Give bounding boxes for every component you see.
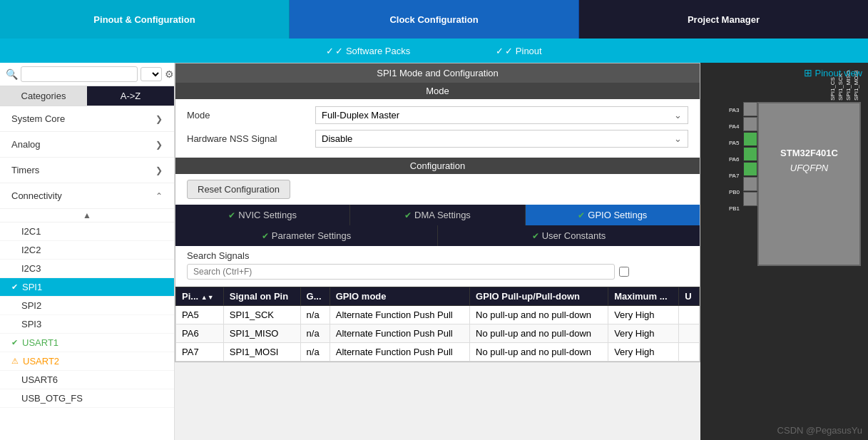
check-icon: ✔ xyxy=(11,338,18,347)
mode-section-header: Mode xyxy=(175,83,700,99)
subnav-software-packs[interactable]: ✓ ✓ Software Packs xyxy=(326,46,410,56)
chevron-right-icon: ❯ xyxy=(155,165,163,175)
pinout-icon: ⊞ xyxy=(804,67,812,78)
collapse-icon[interactable]: ▲ xyxy=(83,210,91,220)
sidebar-child-i2c1[interactable]: I2C1 xyxy=(0,222,174,241)
tab-dma-settings[interactable]: ✔ DMA Settings xyxy=(350,205,525,225)
pin-label-pa5: PA5 xyxy=(727,135,741,150)
mode-label: Mode xyxy=(187,110,315,121)
tab-user-constants[interactable]: ✔ User Constants xyxy=(438,225,700,246)
col-u[interactable]: U xyxy=(679,287,700,306)
content-area: SPI1 Mode and Configuration Mode Mode Fu… xyxy=(175,63,700,440)
config-section-header: Configuration xyxy=(175,158,700,174)
sidebar-item-timers[interactable]: Timers ❯ xyxy=(0,158,174,183)
pin-pa4 xyxy=(743,117,757,131)
pin-pa5 xyxy=(743,132,757,146)
pin-label-pb0: PB0 xyxy=(727,184,741,200)
sidebar-child-usb-otg-fs[interactable]: USB_OTG_FS xyxy=(0,389,174,408)
col-g[interactable]: G... xyxy=(300,287,330,306)
col-pin[interactable]: Pi... ▲▼ xyxy=(176,287,224,306)
table-row[interactable]: PA5 SPI1_SCK n/a Alternate Function Push… xyxy=(176,306,700,324)
sidebar-child-spi2[interactable]: SPI2 xyxy=(0,297,174,315)
col-max[interactable]: Maximum ... xyxy=(608,287,679,306)
chevron-right-icon: ❯ xyxy=(155,140,163,150)
pin-pa7 xyxy=(743,162,757,176)
pinout-view-button[interactable]: ⊞ Pinout view xyxy=(804,67,862,78)
mode-select[interactable]: Full-Duplex Master ⌄ xyxy=(315,106,688,124)
nav-clock[interactable]: Clock Configuration xyxy=(290,0,579,39)
pin-label-pa4: PA4 xyxy=(727,118,741,134)
reset-config-button[interactable]: Reset Configuration xyxy=(187,180,290,199)
chevron-down-icon: ⌄ xyxy=(674,133,682,144)
pin-label-pb1: PB1 xyxy=(727,200,741,216)
nav-pinout[interactable]: Pinout & Configuration xyxy=(0,0,290,39)
sidebar-child-usart1[interactable]: ✔ USART1 xyxy=(0,334,174,352)
chip-body: STM32F401C UFQFPN xyxy=(757,102,861,266)
sidebar-child-i2c2[interactable]: I2C2 xyxy=(0,241,174,260)
chevron-right-icon: ❯ xyxy=(155,114,163,124)
pin-pb1 xyxy=(743,192,757,206)
sidebar-child-spi3[interactable]: SPI3 xyxy=(0,315,174,334)
pin-pa3 xyxy=(743,102,757,116)
tab-categories[interactable]: Categories xyxy=(0,86,87,106)
signals-search-input[interactable] xyxy=(193,267,608,277)
sidebar-item-analog[interactable]: Analog ❯ xyxy=(0,132,174,158)
col-signal[interactable]: Signal on Pin xyxy=(223,287,300,306)
pin-pb0 xyxy=(743,177,757,191)
search-signals-label: Search Signals xyxy=(187,250,688,261)
search-dropdown[interactable] xyxy=(141,67,162,81)
tab-parameter-settings[interactable]: ✔ Parameter Settings xyxy=(175,225,438,246)
search-icon: 🔍 xyxy=(6,68,18,80)
sidebar-child-i2c3[interactable]: I2C3 xyxy=(0,260,174,278)
chevron-down-icon: ⌃ xyxy=(155,191,163,201)
search-input[interactable] xyxy=(21,66,138,82)
hardware-nss-label: Hardware NSS Signal xyxy=(187,133,315,144)
right-panel: ⊞ Pinout view STM32F401C UFQFPN PA3 PA4 xyxy=(700,63,868,440)
col-pullup[interactable]: GPIO Pull-up/Pull-down xyxy=(470,287,608,306)
sidebar-item-system-core[interactable]: System Core ❯ xyxy=(0,106,174,132)
gear-icon[interactable]: ⚙ xyxy=(165,68,174,80)
hardware-nss-select[interactable]: Disable ⌄ xyxy=(315,130,688,148)
pin-pa6 xyxy=(743,147,757,161)
table-row[interactable]: PA6 SPI1_MISO n/a Alternate Function Pus… xyxy=(176,324,700,343)
sidebar-child-usart6[interactable]: USART6 xyxy=(0,371,174,389)
sidebar-child-usart2[interactable]: ⚠ USART2 xyxy=(0,352,174,371)
signals-checkbox[interactable] xyxy=(619,267,629,277)
tab-atoz[interactable]: A->Z xyxy=(87,86,174,106)
sidebar-child-spi1[interactable]: ✔ SPI1 xyxy=(0,278,174,297)
sidebar-item-connectivity[interactable]: Connectivity ⌃ xyxy=(0,183,174,209)
tab-gpio-settings[interactable]: ✔ GPIO Settings xyxy=(526,205,700,225)
check-icon: ✔ xyxy=(11,282,18,292)
pin-label-pa7: PA7 xyxy=(727,168,741,183)
pin-label-pa6: PA6 xyxy=(727,151,741,167)
nav-project[interactable]: Project Manager xyxy=(579,0,868,39)
spi-panel-title: SPI1 Mode and Configuration xyxy=(175,63,700,83)
chevron-down-icon: ⌄ xyxy=(674,110,682,121)
pin-label-pa3: PA3 xyxy=(727,102,741,118)
tab-nvic-settings[interactable]: ✔ NVIC Settings xyxy=(175,205,350,225)
sidebar: 🔍 ⚙ Categories A->Z System Core ❯ Analog… xyxy=(0,63,175,440)
table-row[interactable]: PA7 SPI1_MOSI n/a Alternate Function Pus… xyxy=(176,343,700,362)
subnav-pinout[interactable]: ✓ ✓ Pinout xyxy=(496,46,541,56)
col-gpio-mode[interactable]: GPIO mode xyxy=(330,287,469,306)
warn-icon: ⚠ xyxy=(11,357,19,366)
watermark: CSDN @PegasusYu xyxy=(777,425,862,436)
